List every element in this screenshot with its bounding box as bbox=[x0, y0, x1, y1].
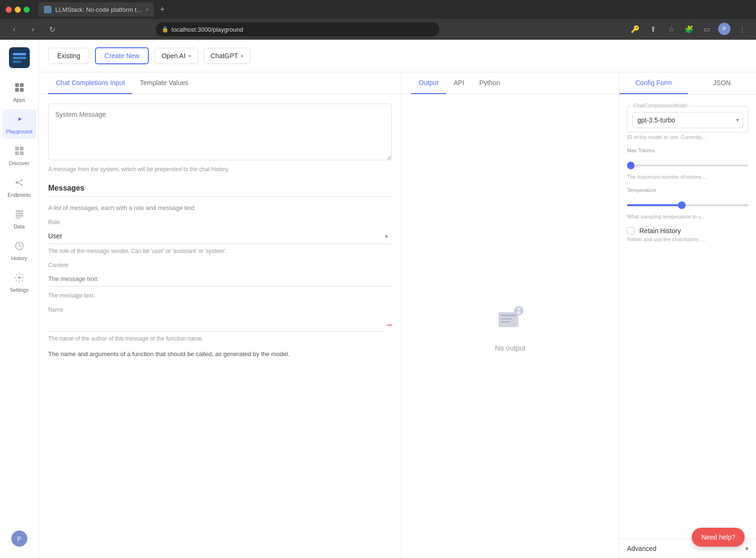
provider-select[interactable]: Open AI ▾ bbox=[155, 48, 198, 64]
temperature-slider[interactable] bbox=[627, 204, 748, 206]
apps-label: Apps bbox=[13, 97, 25, 103]
tab-close-btn[interactable]: × bbox=[146, 7, 148, 12]
name-input[interactable] bbox=[48, 316, 383, 331]
messages-section-title: Messages bbox=[48, 184, 392, 192]
sidebar-item-history[interactable]: History bbox=[2, 236, 36, 266]
reload-btn[interactable]: ↻ bbox=[45, 23, 59, 36]
output-tab-bar: Output API Python bbox=[402, 72, 619, 94]
back-btn[interactable]: ‹ bbox=[8, 23, 21, 36]
max-tokens-label: Max Tokens bbox=[627, 148, 748, 153]
sidebar-item-apps[interactable]: Apps bbox=[2, 78, 36, 107]
new-tab-btn[interactable]: + bbox=[160, 5, 165, 15]
retain-history-field-group: Retain History Retain and use the chat h… bbox=[627, 227, 748, 242]
tab-output[interactable]: Output bbox=[411, 72, 446, 94]
tab-python[interactable]: Python bbox=[472, 72, 508, 94]
profile-avatar[interactable]: P bbox=[718, 23, 730, 35]
content-field-group: Content The message text. bbox=[48, 262, 392, 299]
need-help-btn[interactable]: Need help? bbox=[692, 528, 745, 547]
create-new-btn[interactable]: Create New bbox=[95, 47, 149, 64]
settings-label: Settings bbox=[10, 287, 29, 293]
model-select[interactable]: ChatGPT ▾ bbox=[204, 48, 250, 64]
settings-icon bbox=[14, 272, 25, 285]
remove-message-btn[interactable]: – bbox=[387, 320, 392, 331]
max-tokens-slider[interactable] bbox=[627, 165, 748, 166]
temperature-slider-container bbox=[627, 196, 748, 212]
retain-history-row: Retain History bbox=[627, 227, 748, 235]
max-tokens-slider-container bbox=[627, 156, 748, 172]
tab-chat-completions-input[interactable]: Chat Completions Input bbox=[48, 72, 132, 94]
playground-label: Playground bbox=[6, 129, 33, 134]
existing-btn[interactable]: Existing bbox=[48, 48, 89, 64]
sidebar-item-endpoints[interactable]: Endpoints bbox=[2, 173, 36, 202]
input-tab-bar: Chat Completions Input Template Values bbox=[39, 72, 401, 94]
lock-icon: 🔒 bbox=[162, 26, 169, 33]
retain-history-checkbox[interactable] bbox=[627, 227, 635, 235]
svg-rect-5 bbox=[20, 83, 24, 87]
svg-rect-26 bbox=[501, 314, 516, 316]
close-window-btn[interactable] bbox=[6, 7, 12, 13]
sidebar: Apps Playground Discover Endpoints Data bbox=[0, 40, 39, 558]
config-panel: Config Form JSON ChatCompletionsModel bbox=[619, 72, 756, 558]
toolbar: Existing Create New Open AI ▾ ChatGPT ▾ bbox=[39, 40, 756, 72]
sidebar-item-data[interactable]: Data bbox=[2, 204, 36, 234]
endpoints-label: Endpoints bbox=[8, 192, 31, 198]
minimize-window-btn[interactable] bbox=[15, 7, 21, 13]
sidebar-item-settings[interactable]: Settings bbox=[2, 268, 36, 297]
browser-tab[interactable]: LLMStack: No-code platform t... × bbox=[38, 2, 154, 17]
reader-view-icon[interactable]: ▭ bbox=[700, 23, 713, 36]
svg-rect-27 bbox=[501, 318, 512, 320]
user-avatar[interactable]: P bbox=[11, 531, 27, 547]
messages-divider bbox=[48, 196, 392, 197]
model-config-select[interactable]: gpt-3.5-turbo gpt-4 gpt-4-turbo bbox=[633, 113, 743, 128]
forward-btn[interactable]: › bbox=[26, 23, 40, 36]
role-hint: The role of the message sender. Can be '… bbox=[48, 248, 392, 254]
svg-point-14 bbox=[16, 181, 18, 184]
bookmark-icon[interactable]: ☆ bbox=[664, 23, 678, 36]
system-message-textarea[interactable] bbox=[48, 104, 392, 160]
tab-title: LLMStack: No-code platform t... bbox=[55, 6, 142, 13]
tab-json[interactable]: JSON bbox=[688, 72, 756, 94]
form-content: A message from the system, which will be… bbox=[39, 94, 401, 558]
svg-rect-12 bbox=[15, 151, 19, 155]
svg-rect-11 bbox=[20, 147, 24, 150]
share-icon[interactable]: ⬆ bbox=[646, 23, 660, 36]
tab-template-values[interactable]: Template Values bbox=[132, 72, 196, 94]
system-message-hint: A message from the system, which will be… bbox=[48, 166, 392, 173]
app-layout: Apps Playground Discover Endpoints Data bbox=[0, 40, 756, 558]
svg-rect-28 bbox=[501, 321, 509, 323]
menu-icon[interactable]: ⋮ bbox=[735, 23, 748, 36]
window-controls bbox=[6, 7, 30, 13]
svg-line-17 bbox=[18, 181, 21, 182]
content-area: Chat Completions Input Template Values A… bbox=[39, 72, 756, 558]
model-field-desc: ID of the model to use. Currently... bbox=[627, 134, 748, 140]
role-select[interactable]: User Assistant System bbox=[48, 228, 392, 244]
svg-point-31 bbox=[517, 312, 521, 314]
discover-icon bbox=[14, 146, 25, 158]
app-logo[interactable] bbox=[9, 47, 30, 68]
name-field-group: Name – The name of the author of this me… bbox=[48, 306, 392, 342]
retain-history-label: Retain History bbox=[639, 227, 681, 235]
tab-api[interactable]: API bbox=[446, 72, 472, 94]
svg-rect-2 bbox=[13, 57, 26, 59]
password-icon[interactable]: 🔑 bbox=[628, 23, 642, 36]
content-input[interactable] bbox=[48, 271, 392, 287]
svg-rect-13 bbox=[20, 151, 24, 155]
svg-rect-10 bbox=[15, 147, 19, 150]
config-form-content: ChatCompletionsModel gpt-3.5-turbo gpt-4… bbox=[619, 95, 756, 539]
extensions-icon[interactable]: 🧩 bbox=[682, 23, 696, 36]
svg-rect-19 bbox=[16, 210, 23, 212]
advanced-label: Advanced bbox=[627, 545, 656, 552]
address-bar[interactable]: 🔒 localhost:3000/playground bbox=[156, 22, 439, 36]
main-content: Existing Create New Open AI ▾ ChatGPT ▾ … bbox=[39, 40, 756, 558]
endpoints-icon bbox=[14, 177, 25, 190]
tab-config-form[interactable]: Config Form bbox=[619, 72, 688, 94]
maximize-window-btn[interactable] bbox=[24, 7, 30, 13]
sidebar-item-discover[interactable]: Discover bbox=[2, 141, 36, 171]
sidebar-item-playground[interactable]: Playground bbox=[2, 109, 36, 139]
svg-rect-1 bbox=[13, 53, 26, 55]
svg-rect-3 bbox=[13, 61, 21, 63]
svg-rect-6 bbox=[15, 88, 19, 92]
retain-history-desc: Retain and use the chat history. ... bbox=[627, 236, 748, 242]
data-icon bbox=[14, 209, 25, 222]
svg-point-24 bbox=[18, 276, 21, 279]
